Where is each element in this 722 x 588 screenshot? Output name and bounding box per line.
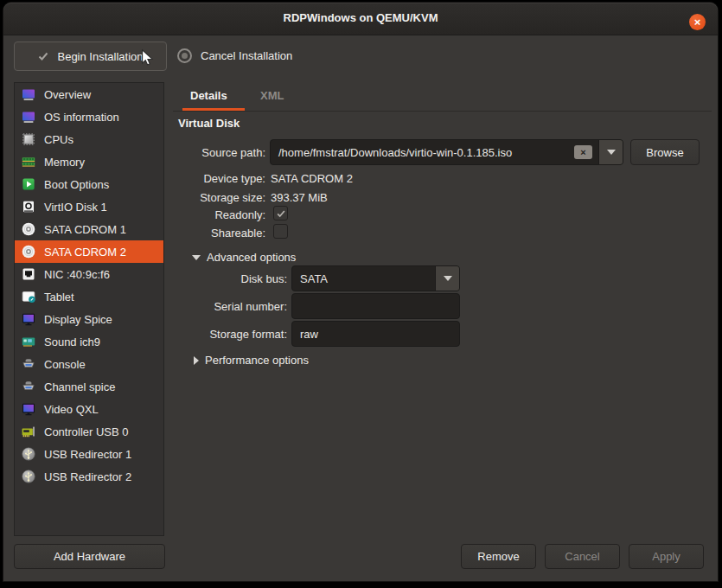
tab-separator	[173, 111, 712, 112]
add-hardware-button[interactable]: Add Hardware	[14, 544, 165, 569]
tab-details[interactable]: Details	[190, 89, 227, 102]
usb-icon	[21, 469, 36, 484]
sidebar-item-label: SATA CDROM 2	[44, 246, 126, 259]
disk-icon	[21, 199, 36, 214]
check-icon	[37, 50, 49, 62]
close-button[interactable]: ×	[689, 14, 706, 30]
disk-bus-label: Disk bus:	[183, 272, 287, 285]
sidebar-item-overview[interactable]: Overview	[15, 83, 163, 105]
storage-format-input[interactable]: raw	[291, 321, 460, 347]
readonly-label: Readonly:	[179, 208, 265, 221]
sidebar-item-label: SATA CDROM 1	[44, 223, 126, 236]
browse-button[interactable]: Browse	[630, 139, 700, 165]
sidebar-item-label: NIC :40:9c:f6	[44, 268, 110, 281]
sidebar-item-label: Memory	[44, 156, 85, 169]
serial-number-input[interactable]	[291, 293, 460, 319]
disk-bus-dropdown-button[interactable]	[435, 266, 459, 291]
sidebar-item-label: Sound ich9	[44, 336, 100, 348]
disk-bus-value: SATA	[292, 272, 435, 285]
cdrom-icon	[21, 221, 36, 237]
sidebar-item-tablet[interactable]: Tablet	[15, 285, 163, 308]
apply-button[interactable]: Apply	[629, 544, 704, 569]
remove-button[interactable]: Remove	[461, 544, 536, 569]
source-path-value[interactable]: /home/fmstrat/Downloads/virtio-win-0.1.1…	[271, 146, 574, 159]
sidebar-item-memory[interactable]: Memory	[15, 150, 163, 173]
cancel-label: Cancel	[565, 550, 599, 563]
begin-installation-label: Begin Installation	[57, 50, 143, 63]
monitor-icon	[21, 401, 36, 417]
readonly-checkbox[interactable]	[273, 206, 288, 220]
monitor-icon	[21, 311, 36, 327]
tab-xml[interactable]: XML	[260, 89, 284, 102]
expander-open-icon	[192, 255, 201, 260]
virtual-disk-heading: Virtual Disk	[178, 117, 240, 130]
sidebar-item-video-qxl[interactable]: Video QXL	[15, 398, 163, 420]
storage-size-value: 393.37 MiB	[271, 191, 328, 204]
serial-icon	[21, 379, 36, 394]
cancel-installation-label: Cancel Installation	[201, 49, 292, 62]
performance-options-label: Performance options	[205, 354, 309, 367]
apply-label: Apply	[652, 550, 680, 563]
sidebar-item-channel-spice[interactable]: Channel spice	[15, 375, 163, 398]
screen-icon	[21, 86, 36, 102]
mouse-cursor-icon	[138, 48, 157, 68]
sidebar-item-label: USB Redirector 1	[44, 448, 131, 461]
sidebar-item-label: Controller USB 0	[44, 425, 129, 438]
cdrom-icon	[21, 244, 36, 259]
shareable-checkbox[interactable]	[273, 224, 288, 239]
advanced-options-label: Advanced options	[207, 251, 296, 264]
chevron-down-icon	[444, 276, 452, 281]
sidebar-item-label: CPUs	[44, 133, 73, 146]
sidebar-item-nic-40-9c-f6[interactable]: NIC :40:9c:f6	[15, 263, 163, 285]
sidebar-item-display-spice[interactable]: Display Spice	[15, 308, 163, 330]
sidebar-item-virtio-disk-1[interactable]: VirtIO Disk 1	[15, 195, 163, 218]
memory-icon	[21, 154, 36, 169]
serial-icon	[21, 356, 36, 372]
hardware-list: OverviewOS informationCPUsMemoryBoot Opt…	[14, 82, 164, 536]
sidebar-item-label: OS information	[44, 111, 119, 124]
sidebar-item-label: Console	[44, 358, 86, 371]
sidebar-item-label: Overview	[44, 88, 91, 101]
sidebar-item-usb-redirector-1[interactable]: USB Redirector 1	[15, 443, 163, 465]
sidebar-item-label: Display Spice	[44, 313, 112, 326]
sidebar-item-os-information[interactable]: OS information	[15, 105, 163, 128]
sidebar-item-label: USB Redirector 2	[44, 470, 131, 483]
sidebar-item-label: VirtIO Disk 1	[44, 201, 107, 214]
sidebar-item-usb-redirector-2[interactable]: USB Redirector 2	[15, 465, 163, 488]
sidebar-item-label: Video QXL	[44, 403, 99, 416]
sidebar-item-cpus[interactable]: CPUs	[15, 128, 163, 150]
device-type-value: SATA CDROM 2	[271, 172, 353, 185]
source-path-label: Source path:	[179, 146, 265, 159]
storage-format-value: raw	[300, 328, 318, 341]
chevron-down-icon	[607, 150, 616, 155]
boot-icon	[21, 176, 36, 192]
source-path-field[interactable]: /home/fmstrat/Downloads/virtio-win-0.1.1…	[270, 139, 623, 165]
sidebar-item-sata-cdrom-1[interactable]: SATA CDROM 1	[15, 218, 163, 240]
browse-label: Browse	[646, 146, 683, 159]
remove-label: Remove	[477, 550, 519, 563]
shareable-label: Shareable:	[179, 227, 265, 240]
sidebar-item-label: Boot Options	[44, 178, 109, 191]
performance-options-expander[interactable]: Performance options	[194, 354, 309, 367]
serial-number-label: Serial number:	[183, 300, 287, 313]
cancel-button[interactable]: Cancel	[545, 544, 620, 569]
cancel-installation-button[interactable]: Cancel Installation	[177, 42, 292, 68]
disk-bus-select[interactable]: SATA	[291, 265, 460, 291]
sidebar-item-boot-options[interactable]: Boot Options	[15, 173, 163, 195]
close-icon: ×	[694, 16, 701, 28]
clear-icon[interactable]: ×	[574, 145, 592, 159]
sidebar-item-sata-cdrom-2[interactable]: SATA CDROM 2	[15, 240, 163, 263]
sidebar-item-controller-usb-0[interactable]: Controller USB 0	[15, 420, 163, 443]
add-hardware-label: Add Hardware	[54, 550, 125, 563]
sidebar-item-console[interactable]: Console	[15, 353, 163, 375]
usb-icon	[21, 446, 36, 462]
device-type-label: Device type:	[179, 172, 265, 185]
source-path-dropdown-button[interactable]	[598, 140, 623, 164]
advanced-options-expander[interactable]: Advanced options	[192, 251, 296, 264]
cancel-installation-icon	[177, 48, 192, 63]
sidebar-item-sound-ich9[interactable]: Sound ich9	[15, 330, 163, 353]
tablet-icon	[21, 289, 36, 304]
window-title: RDPWindows on QEMU/KVM	[3, 11, 718, 24]
expander-closed-icon	[194, 356, 199, 365]
screen-icon	[21, 109, 36, 125]
